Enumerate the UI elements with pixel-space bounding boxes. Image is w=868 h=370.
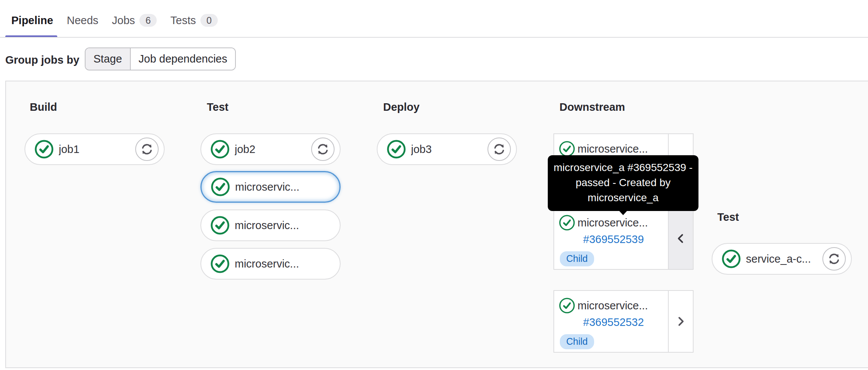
- status-success-icon: [211, 254, 229, 273]
- status-success-icon: [559, 141, 575, 157]
- downstream-pipeline-link[interactable]: #369552532: [559, 316, 668, 329]
- pipeline-screen: Pipeline Needs Jobs 6 Tests 0 Group jobs…: [0, 0, 868, 370]
- child-pipeline-badge: Child: [560, 334, 594, 349]
- group-by-segmented-control: Stage Job dependencies: [85, 47, 236, 70]
- tab-tests[interactable]: Tests 0: [164, 9, 224, 32]
- job-label: microservic...: [235, 181, 300, 193]
- job-label: microservic...: [235, 258, 299, 270]
- group-jobs-by-label: Group jobs by: [5, 54, 79, 66]
- downstream-card-2: microservice... #369552539 Child: [553, 207, 694, 270]
- status-success-icon: [211, 177, 230, 196]
- stage-header-build: Build: [30, 101, 57, 113]
- status-success-icon: [35, 140, 53, 159]
- tab-jobs-label: Jobs: [112, 14, 135, 27]
- job-pill-job1[interactable]: job1: [24, 133, 165, 165]
- job-pill-microservice-trigger-2[interactable]: microservic...: [200, 209, 341, 241]
- job-label: job1: [59, 143, 79, 156]
- tab-pipeline[interactable]: Pipeline: [5, 9, 59, 32]
- tooltip-line: microservice_a: [551, 190, 695, 205]
- chevron-right-icon: [675, 316, 686, 327]
- job-pill-microservice-trigger-1[interactable]: microservic...: [200, 171, 341, 203]
- tab-tests-label: Tests: [170, 14, 196, 27]
- downstream-pipeline-link[interactable]: #369552539: [559, 233, 668, 246]
- downstream-card-3: microservice... #369552532 Child: [553, 290, 694, 353]
- tabs-divider: [0, 37, 868, 38]
- retry-job-button[interactable]: [822, 247, 846, 271]
- collapse-downstream-button[interactable]: [668, 208, 693, 269]
- tab-needs-label: Needs: [67, 14, 98, 27]
- tests-count-badge: 0: [200, 14, 218, 27]
- job-pill-microservice-trigger-3[interactable]: microservic...: [200, 248, 341, 280]
- job-label: job3: [411, 143, 432, 156]
- stage-header-downstream: Downstream: [559, 101, 625, 113]
- stage-header-child-test: Test: [717, 211, 739, 223]
- tab-needs[interactable]: Needs: [61, 9, 104, 32]
- stage-header-deploy: Deploy: [383, 101, 420, 113]
- jobs-count-badge: 6: [139, 14, 157, 27]
- group-by-stage-button[interactable]: Stage: [86, 48, 131, 70]
- status-success-icon: [722, 249, 741, 268]
- tab-jobs[interactable]: Jobs 6: [106, 9, 163, 32]
- retry-job-button[interactable]: [135, 138, 159, 161]
- retry-job-button[interactable]: [487, 138, 511, 161]
- downstream-pipeline-name[interactable]: microservice...: [559, 141, 668, 157]
- group-by-dependencies-button[interactable]: Job dependencies: [131, 48, 235, 70]
- downstream-pipeline-name[interactable]: microservice...: [559, 298, 668, 313]
- job-pill-job2[interactable]: job2: [200, 133, 341, 165]
- status-success-icon: [211, 140, 229, 159]
- tab-pipeline-label: Pipeline: [11, 14, 53, 27]
- downstream-pipeline-name[interactable]: microservice...: [559, 215, 668, 231]
- pipeline-graph: Build Test Deploy Downstream job1 job2: [5, 81, 868, 368]
- pipeline-status-tooltip: microservice_a #369552539 - passed - Cre…: [548, 155, 698, 211]
- tooltip-line: microservice_a #369552539 -: [551, 160, 695, 175]
- child-pipeline-badge: Child: [560, 251, 594, 266]
- status-success-icon: [211, 216, 229, 235]
- job-pill-job3[interactable]: job3: [377, 133, 517, 165]
- stage-header-test: Test: [207, 101, 228, 113]
- job-label: job2: [235, 143, 255, 156]
- expand-downstream-button[interactable]: [668, 291, 693, 352]
- chevron-left-icon: [675, 233, 686, 244]
- job-label: microservic...: [235, 219, 299, 232]
- status-success-icon: [387, 140, 406, 159]
- status-success-icon: [559, 298, 575, 313]
- retry-job-button[interactable]: [311, 138, 335, 161]
- pipeline-tab-bar: Pipeline Needs Jobs 6 Tests 0: [5, 9, 224, 32]
- status-success-icon: [559, 215, 575, 231]
- job-label: service_a-c...: [746, 253, 811, 265]
- job-pill-service-a[interactable]: service_a-c...: [712, 243, 852, 275]
- tooltip-line: passed - Created by: [551, 175, 695, 190]
